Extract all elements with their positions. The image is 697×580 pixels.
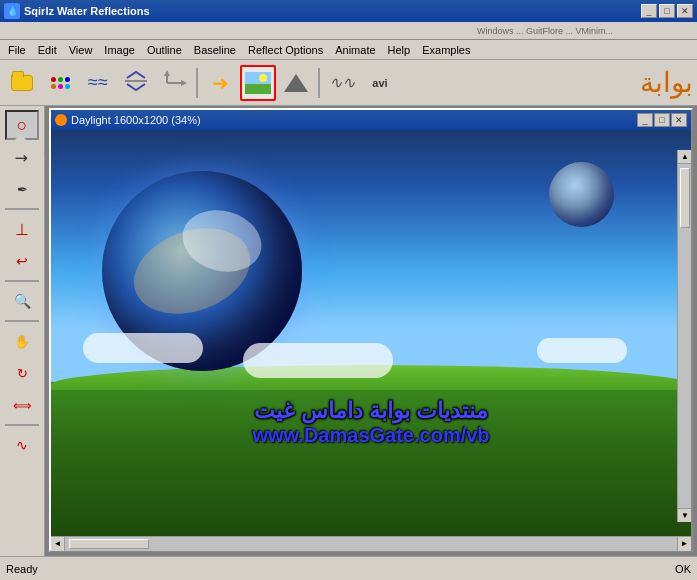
landscape-image: منتديات بوابة داماس غيت www.DamasGate.co… <box>51 130 691 536</box>
status-ok: OK <box>675 563 691 575</box>
menu-help[interactable]: Help <box>382 42 417 58</box>
svg-point-8 <box>57 116 65 124</box>
left-separator-1 <box>5 208 39 210</box>
scroll-left-button[interactable]: ◄ <box>51 537 65 551</box>
open-button[interactable] <box>4 65 40 101</box>
hook-tool-button[interactable]: ↩ <box>5 246 39 276</box>
reflect-button[interactable] <box>118 65 154 101</box>
menu-animate[interactable]: Animate <box>329 42 381 58</box>
menu-outline[interactable]: Outline <box>141 42 188 58</box>
cloud-1 <box>83 333 203 363</box>
horizontal-scrollbar[interactable]: ◄ ► <box>51 536 691 550</box>
menu-baseline[interactable]: Baseline <box>188 42 242 58</box>
text-overlay: منتديات بوابة داماس غيت www.DamasGate.co… <box>51 398 691 447</box>
svg-rect-6 <box>245 84 271 94</box>
signature-button[interactable]: ∿∿ <box>324 65 360 101</box>
cloud-2 <box>537 338 627 363</box>
menu-file[interactable]: File <box>2 42 32 58</box>
image-icon <box>245 72 271 94</box>
scroll-right-button[interactable]: ► <box>677 537 691 551</box>
toolbar-sep-1 <box>196 68 198 98</box>
wave-button[interactable]: ≈≈ <box>80 65 116 101</box>
folder-icon <box>11 75 33 91</box>
image-window: Daylight 1600x1200 (34%) _ □ ✕ <box>49 108 693 552</box>
menu-view[interactable]: View <box>63 42 99 58</box>
scroll-thumb-h[interactable] <box>69 539 149 549</box>
menu-bar: File Edit View Image Outline Baseline Re… <box>0 40 697 60</box>
maximize-button[interactable]: □ <box>659 4 675 18</box>
line-tool-button[interactable]: ↗ <box>0 134 45 179</box>
close-button[interactable]: ✕ <box>677 4 693 18</box>
colors-button[interactable] <box>42 65 78 101</box>
vertical-scrollbar[interactable]: ▲ ▼ <box>677 150 691 522</box>
secondary-text: Windows ... GuitFlore ... VMinim... <box>477 26 613 36</box>
dots-icon <box>51 77 70 89</box>
scroll-track-v[interactable] <box>678 164 691 508</box>
vertical-line-tool[interactable]: ⊥ <box>5 214 39 244</box>
minimize-button[interactable]: _ <box>641 4 657 18</box>
image-titlebar: Daylight 1600x1200 (34%) _ □ ✕ <box>51 110 691 130</box>
secondary-bar: Windows ... GuitFlore ... VMinim... <box>0 22 697 40</box>
scroll-up-button[interactable]: ▲ <box>678 150 691 164</box>
menu-reflect-options[interactable]: Reflect Options <box>242 42 329 58</box>
svg-marker-2 <box>181 80 187 86</box>
toolbar: ≈≈ ➜ ∿∿ <box>0 60 697 106</box>
menu-examples[interactable]: Examples <box>416 42 476 58</box>
toolbar-decoration: بوابة <box>640 69 693 97</box>
canvas-area: Daylight 1600x1200 (34%) _ □ ✕ <box>45 106 697 556</box>
triangle-icon <box>284 74 308 92</box>
scroll-down-button[interactable]: ▼ <box>678 508 691 522</box>
wave-icon: ≈≈ <box>88 72 108 93</box>
main-area: ○ ↗ ✒ ⊥ ↩ 🔍 ✋ ↻ ⟺ ∿ Daylight 1600x1200 (… <box>0 106 697 556</box>
menu-image[interactable]: Image <box>98 42 141 58</box>
toolbar-sep-2 <box>318 68 320 98</box>
arrow-right-button[interactable]: ➜ <box>202 65 238 101</box>
window-title: Sqirlz Water Reflections <box>24 5 150 17</box>
image-maximize-btn[interactable]: □ <box>654 113 670 127</box>
svg-rect-0 <box>125 80 147 82</box>
arabic-text-line1: منتديات بوابة داماس غيت <box>51 398 691 424</box>
scroll-thumb-v[interactable] <box>680 168 690 228</box>
image-window-icon <box>55 114 67 126</box>
image-close-btn[interactable]: ✕ <box>671 113 687 127</box>
arabic-decoration-icon: بوابة <box>640 69 693 97</box>
left-separator-3 <box>5 320 39 322</box>
image-window-title: Daylight 1600x1200 (34%) <box>71 114 201 126</box>
zoom-tool-button[interactable]: 🔍 <box>5 286 39 316</box>
url-text-line2: www.DamasGate.com/vb <box>51 424 691 447</box>
scroll-track-h[interactable] <box>65 537 677 551</box>
image-content: منتديات بوابة داماس غيت www.DamasGate.co… <box>51 130 691 536</box>
wave-draw-tool[interactable]: ∿ <box>5 430 39 460</box>
avi-button[interactable]: avi <box>362 65 398 101</box>
rotate-tool-button[interactable]: ↻ <box>5 358 39 388</box>
signature-icon: ∿∿ <box>329 73 355 92</box>
flip-tool-button[interactable]: ⟺ <box>5 390 39 420</box>
app-icon: 💧 <box>4 3 20 19</box>
cloud-3 <box>243 343 393 378</box>
left-toolbar: ○ ↗ ✒ ⊥ ↩ 🔍 ✋ ↻ ⟺ ∿ <box>0 106 45 556</box>
status-text: Ready <box>6 563 38 575</box>
avi-icon: avi <box>372 77 387 89</box>
triangle-button[interactable] <box>278 65 314 101</box>
arrows-button[interactable] <box>156 65 192 101</box>
left-separator-2 <box>5 280 39 282</box>
pan-tool-button[interactable]: ✋ <box>5 326 39 356</box>
arrows-icon <box>161 70 187 96</box>
left-separator-4 <box>5 424 39 426</box>
svg-marker-4 <box>164 70 170 76</box>
status-bar: Ready OK <box>0 556 697 580</box>
reflect-icon <box>123 70 149 96</box>
image-minimize-btn[interactable]: _ <box>637 113 653 127</box>
arrow-right-icon: ➜ <box>212 71 229 95</box>
window-controls: _ □ ✕ <box>641 4 693 18</box>
menu-edit[interactable]: Edit <box>32 42 63 58</box>
image-button[interactable] <box>240 65 276 101</box>
svg-point-7 <box>259 74 267 82</box>
title-bar: 💧 Sqirlz Water Reflections _ □ ✕ <box>0 0 697 22</box>
